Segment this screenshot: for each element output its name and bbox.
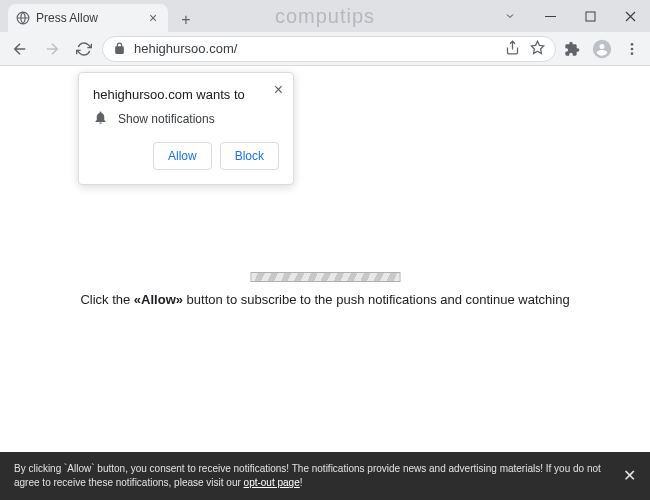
- address-bar[interactable]: hehighursoo.com/: [102, 36, 556, 62]
- permission-buttons: Allow Block: [93, 142, 279, 170]
- svg-point-6: [631, 52, 634, 55]
- svg-point-5: [631, 47, 634, 50]
- toolbar-right: [560, 37, 644, 61]
- svg-point-4: [631, 43, 634, 46]
- window-controls: [490, 0, 650, 32]
- tab-title: Press Allow: [36, 11, 98, 25]
- opt-out-link[interactable]: opt-out page: [244, 477, 300, 488]
- menu-icon[interactable]: [620, 37, 644, 61]
- minimize-icon[interactable]: [530, 0, 570, 32]
- close-window-icon[interactable]: [610, 0, 650, 32]
- banner-text: By clicking `Allow` button, you consent …: [14, 462, 609, 490]
- permission-capability-row: Show notifications: [93, 110, 279, 128]
- progress-bar: [250, 272, 400, 282]
- banner-text-before: By clicking `Allow` button, you consent …: [14, 463, 601, 488]
- page-content: × hehighursoo.com wants to Show notifica…: [0, 66, 650, 452]
- globe-icon: [16, 11, 30, 25]
- chevron-down-icon[interactable]: [490, 0, 530, 32]
- omnibox-actions: [505, 40, 545, 58]
- tab-strip: Press Allow × +: [0, 0, 198, 32]
- page-message: Click the «Allow» button to subscribe to…: [33, 292, 618, 308]
- share-icon[interactable]: [505, 40, 520, 58]
- extensions-icon[interactable]: [560, 37, 584, 61]
- maximize-icon[interactable]: [570, 0, 610, 32]
- permission-title: hehighursoo.com wants to: [93, 87, 279, 102]
- msg-prefix: Click the: [80, 292, 133, 307]
- svg-rect-2: [586, 12, 595, 21]
- browser-toolbar: hehighursoo.com/: [0, 32, 650, 66]
- page-center: Click the «Allow» button to subscribe to…: [33, 272, 618, 308]
- block-button[interactable]: Block: [220, 142, 279, 170]
- permission-capability: Show notifications: [118, 112, 215, 126]
- bell-icon: [93, 110, 108, 128]
- new-tab-button[interactable]: +: [174, 8, 198, 32]
- permission-dialog: × hehighursoo.com wants to Show notifica…: [78, 72, 294, 185]
- browser-tab[interactable]: Press Allow ×: [8, 4, 168, 32]
- watermark-text: computips: [275, 5, 375, 28]
- svg-rect-1: [545, 16, 556, 17]
- close-icon[interactable]: ×: [274, 81, 283, 99]
- bookmark-icon[interactable]: [530, 40, 545, 58]
- window-titlebar: Press Allow × + computips: [0, 0, 650, 32]
- msg-bold: «Allow»: [134, 292, 183, 307]
- forward-button[interactable]: [38, 35, 66, 63]
- close-icon[interactable]: ×: [146, 11, 160, 25]
- reload-button[interactable]: [70, 35, 98, 63]
- back-button[interactable]: [6, 35, 34, 63]
- msg-suffix: button to subscribe to the push notifica…: [183, 292, 570, 307]
- profile-icon[interactable]: [590, 37, 614, 61]
- consent-banner: By clicking `Allow` button, you consent …: [0, 452, 650, 500]
- close-icon[interactable]: ✕: [609, 465, 636, 487]
- allow-button[interactable]: Allow: [153, 142, 212, 170]
- banner-text-after: !: [300, 477, 303, 488]
- url-text: hehighursoo.com/: [134, 41, 237, 56]
- lock-icon: [113, 42, 126, 55]
